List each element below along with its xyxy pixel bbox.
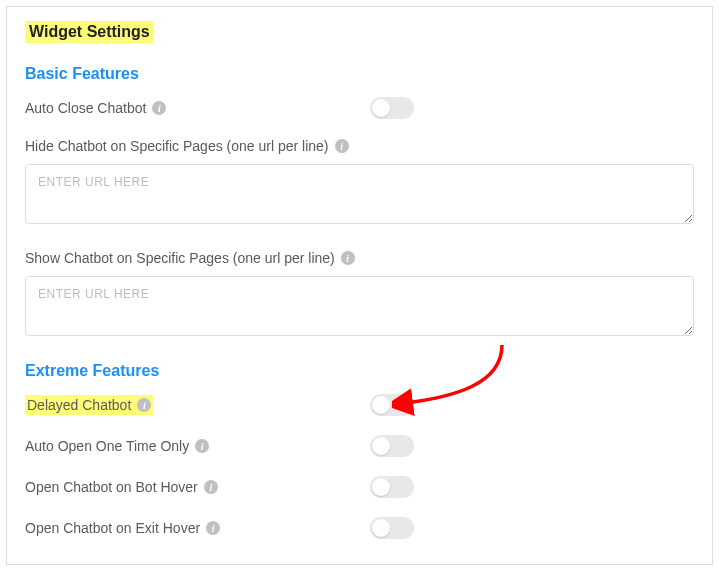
widget-settings-panel: Widget Settings Basic Features Auto Clos… — [6, 6, 713, 565]
extreme-features-heading: Extreme Features — [25, 362, 694, 380]
toggle-knob — [372, 396, 390, 414]
open-bot-hover-row: Open Chatbot on Bot Hover i — [25, 476, 694, 498]
show-pages-label: Show Chatbot on Specific Pages (one url … — [25, 250, 335, 266]
basic-features-heading: Basic Features — [25, 65, 694, 83]
auto-close-toggle[interactable] — [370, 97, 414, 119]
auto-open-once-toggle[interactable] — [370, 435, 414, 457]
show-pages-textarea[interactable] — [25, 276, 694, 336]
open-exit-hover-row: Open Chatbot on Exit Hover i — [25, 517, 694, 539]
hide-pages-textarea[interactable] — [25, 164, 694, 224]
toggle-knob — [372, 437, 390, 455]
info-icon[interactable]: i — [341, 251, 355, 265]
info-icon[interactable]: i — [204, 480, 218, 494]
delayed-chatbot-row: Delayed Chatbot i — [25, 394, 694, 416]
toggle-knob — [372, 99, 390, 117]
hide-pages-label: Hide Chatbot on Specific Pages (one url … — [25, 138, 329, 154]
info-icon[interactable]: i — [137, 398, 151, 412]
auto-close-row: Auto Close Chatbot i — [25, 97, 694, 119]
page-title: Widget Settings — [25, 21, 154, 43]
open-bot-hover-toggle[interactable] — [370, 476, 414, 498]
delayed-chatbot-label: Delayed Chatbot — [27, 397, 131, 413]
open-exit-hover-label: Open Chatbot on Exit Hover — [25, 520, 200, 536]
info-icon[interactable]: i — [335, 139, 349, 153]
toggle-knob — [372, 519, 390, 537]
hide-pages-block: Hide Chatbot on Specific Pages (one url … — [25, 138, 694, 228]
show-pages-block: Show Chatbot on Specific Pages (one url … — [25, 250, 694, 340]
info-icon[interactable]: i — [206, 521, 220, 535]
info-icon[interactable]: i — [195, 439, 209, 453]
delayed-chatbot-toggle[interactable] — [370, 394, 414, 416]
open-exit-hover-toggle[interactable] — [370, 517, 414, 539]
auto-open-once-row: Auto Open One Time Only i — [25, 435, 694, 457]
auto-close-label: Auto Close Chatbot — [25, 100, 146, 116]
toggle-knob — [372, 478, 390, 496]
auto-open-once-label: Auto Open One Time Only — [25, 438, 189, 454]
info-icon[interactable]: i — [152, 101, 166, 115]
open-bot-hover-label: Open Chatbot on Bot Hover — [25, 479, 198, 495]
